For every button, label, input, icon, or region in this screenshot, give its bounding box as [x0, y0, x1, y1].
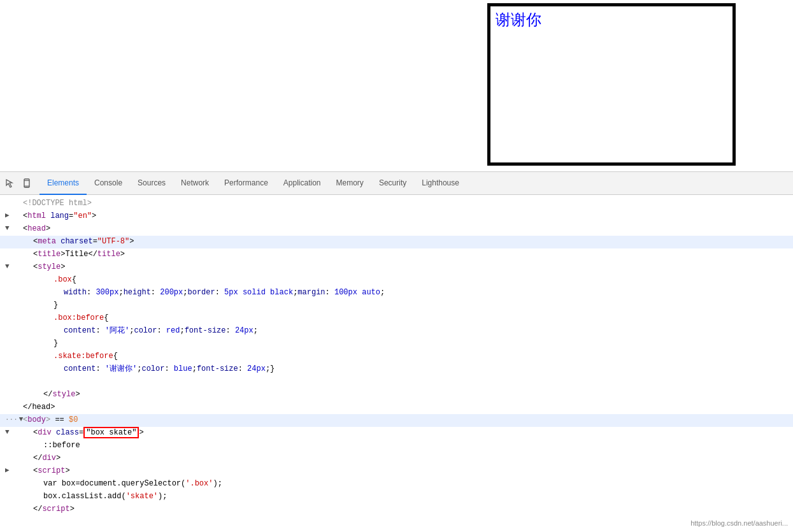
code-line: </div>: [0, 452, 793, 465]
tab-sources[interactable]: Sources: [130, 172, 173, 195]
code-line: <!DOCTYPE html>: [0, 198, 793, 210]
demo-box-text: 谢谢你: [490, 6, 732, 33]
code-line: }: [0, 299, 793, 312]
tab-application[interactable]: Application: [276, 172, 329, 195]
code-line: .skate:before{: [0, 350, 793, 363]
code-line-div: ▼ <div class="box skate">: [0, 427, 793, 440]
tab-elements[interactable]: Elements: [39, 172, 87, 195]
svg-point-3: [26, 186, 27, 187]
code-line: </style>: [0, 389, 793, 401]
code-line-meta: <meta charset="UTF-8">: [0, 236, 793, 248]
code-line-before: ::before: [0, 440, 793, 452]
tab-security[interactable]: Security: [371, 172, 414, 195]
code-line: [0, 376, 793, 389]
code-line: ▼ <style>: [0, 261, 793, 274]
device-toggle-button[interactable]: [19, 176, 34, 191]
code-line: var box=document.querySelector('.box');: [0, 478, 793, 491]
devtools-toolbar: Elements Console Sources Network Perform…: [0, 172, 793, 195]
code-line: }: [0, 338, 793, 350]
code-line: content: '谢谢你';color: blue;font-size: 24…: [0, 363, 793, 376]
tab-console[interactable]: Console: [87, 172, 130, 195]
status-url: https://blog.csdn.net/aashueri...: [690, 519, 788, 527]
code-panel[interactable]: <!DOCTYPE html> ▶ <html lang="en"> ▼ <he…: [0, 195, 793, 532]
tab-memory[interactable]: Memory: [329, 172, 371, 195]
demo-box: 谢谢你: [487, 3, 736, 166]
inspect-element-button[interactable]: [3, 176, 18, 191]
code-line: .box:before{: [0, 312, 793, 325]
code-line: box.classList.add('skate');: [0, 491, 793, 503]
code-line: width: 300px;height: 200px;border: 5px s…: [0, 287, 793, 299]
toolbar-icons: [3, 176, 34, 191]
code-line: content: '阿花';color: red;font-size: 24px…: [0, 325, 793, 338]
preview-area: 谢谢你: [0, 0, 793, 172]
code-line: <title>Title</title>: [0, 248, 793, 261]
tab-network[interactable]: Network: [173, 172, 217, 195]
code-line: .box{: [0, 274, 793, 287]
devtools-panel: Elements Console Sources Network Perform…: [0, 172, 793, 532]
code-line: </head>: [0, 401, 793, 414]
devtools-tabs: Elements Console Sources Network Perform…: [39, 172, 790, 195]
code-line: ▶ <script>: [0, 465, 793, 478]
code-line: ▼ <head>: [0, 223, 793, 236]
code-line-body: ··· ▼ <body> == $0: [0, 414, 793, 427]
status-bar: https://blog.csdn.net/aashueri...: [690, 519, 788, 527]
tab-lighthouse[interactable]: Lighthouse: [414, 172, 467, 195]
tab-performance[interactable]: Performance: [217, 172, 276, 195]
code-line: </script>: [0, 503, 793, 516]
code-line: ▶ <html lang="en">: [0, 210, 793, 223]
